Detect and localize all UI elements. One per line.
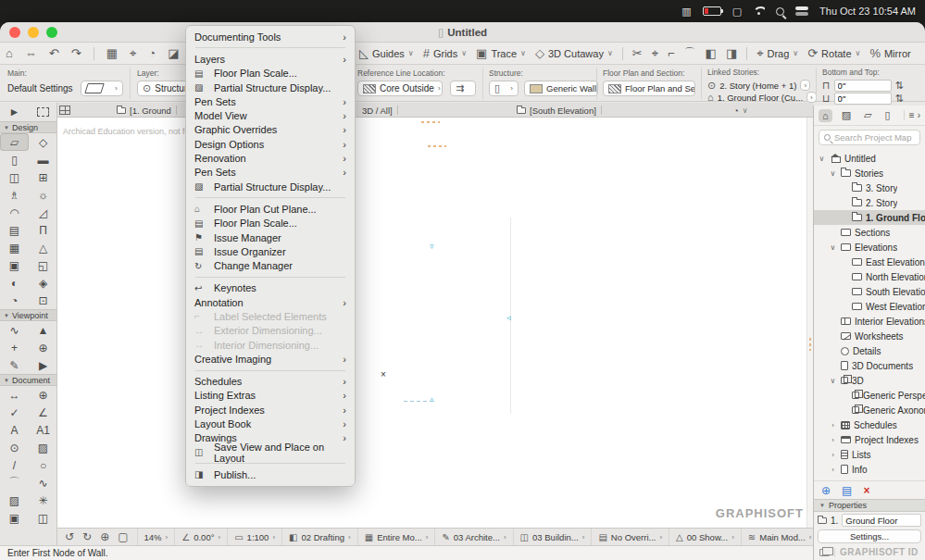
dimension-style-selector[interactable]: ◫03 Buildin...› — [513, 529, 592, 546]
layer-selector[interactable]: ◧02 Drafting› — [281, 529, 357, 546]
menu-item-layout-book[interactable]: Layout Book› — [186, 417, 355, 430]
tool-section[interactable]: ∿ — [0, 321, 29, 339]
tree-item-worksheets[interactable]: Worksheets — [814, 329, 925, 343]
tree-item-generic-perspective[interactable]: Generic Perspective — [814, 388, 925, 403]
battery-icon[interactable] — [703, 6, 721, 16]
menu-item-partial-structure-display[interactable]: ▨Partial Structure Display... — [186, 81, 355, 94]
tool-marquee[interactable] — [29, 103, 57, 121]
toolbox-viewpoint-header[interactable]: ▼ Viewpoint — [0, 309, 56, 321]
tree-item-south-elevation-auto[interactable]: South Elevation (Auto — [814, 284, 925, 299]
tree-item-interior-elevations[interactable]: Interior Elevations — [814, 314, 925, 329]
composite-dropdown[interactable]: Generic Wall/... › — [524, 81, 598, 96]
tree-item-project-indexes[interactable]: ›Project Indexes — [814, 432, 925, 447]
expander-closed-icon[interactable]: › — [829, 421, 837, 429]
redo-button[interactable]: ↷ — [71, 47, 81, 59]
adjust-icon[interactable]: ⌖ — [652, 47, 658, 59]
spotlight-icon[interactable] — [776, 7, 784, 16]
rotate-left-button[interactable]: ↺ — [65, 530, 74, 543]
stepper-icon[interactable]: ⇅ — [895, 81, 904, 91]
tree-item-north-elevation-auto[interactable]: North Elevation (Auto — [814, 269, 925, 284]
expander-closed-icon[interactable]: › — [829, 466, 837, 474]
pan-button[interactable]: ⇔ — [25, 47, 37, 59]
fit-in-window-button[interactable]: ◪ — [168, 47, 179, 59]
view-tab-south-elevation[interactable]: [South Elevation] — [511, 103, 602, 118]
default-settings-label[interactable]: Default Settings — [7, 83, 73, 93]
view-tab-1-ground[interactable]: [1. Ground — [111, 103, 177, 118]
rotate-view-button[interactable]: ◔ — [148, 47, 156, 59]
menubar-clock[interactable]: Thu Oct 23 10:54 AM — [819, 6, 916, 17]
tool-circle[interactable]: ○ — [29, 456, 57, 474]
tool-detail[interactable]: ⊕ — [29, 339, 57, 356]
tool-column[interactable]: ▯ — [0, 151, 29, 168]
menu-item-pen-sets[interactable]: Pen Sets› — [186, 94, 355, 108]
menu-item-model-view[interactable]: Model View› — [186, 108, 355, 122]
tool-drawing[interactable]: ◫ — [29, 509, 57, 527]
expander-open-icon[interactable]: ∨ — [829, 243, 837, 252]
tool-window[interactable]: ⊞ — [29, 168, 57, 186]
tool-lamp[interactable]: ☼ — [29, 186, 57, 204]
tree-item-west-elevation-auto[interactable]: West Elevation (Auto- — [814, 299, 925, 314]
tree-item-3-story[interactable]: 3. Story — [814, 180, 925, 195]
home-button[interactable]: ⌂ — [6, 47, 13, 59]
menu-item-pen-sets[interactable]: Pen Sets› — [186, 166, 355, 180]
schedule-button[interactable]: ▦ — [106, 47, 118, 59]
menu-item-issue-manager[interactable]: ⚑Issue Manager — [186, 230, 355, 244]
linked-story-top[interactable]: ⊙ 2. Story (Home + 1) › — [707, 80, 817, 91]
menu-item-layers[interactable]: Layers› — [186, 52, 355, 66]
menu-item-graphic-overrides[interactable]: Graphic Overrides› — [186, 123, 355, 137]
tree-item-east-elevation-auto[interactable]: East Elevation (Auto- — [814, 255, 925, 269]
menu-item-floor-plan-cut-plane[interactable]: ⌂Floor Plan Cut Plane... — [186, 202, 355, 216]
vertical-scrollbar[interactable] — [806, 118, 813, 528]
tool-morph[interactable]: ◐ — [0, 274, 29, 292]
tree-item-schedules[interactable]: ›Schedules — [814, 417, 925, 432]
tool-hotspot[interactable]: ✳ — [29, 492, 57, 509]
navigator-menu-icon[interactable]: ≡ — [909, 110, 915, 120]
settings-table-icon[interactable]: ▤ — [842, 484, 852, 497]
zoom-in-button[interactable]: ⊕ — [100, 530, 109, 543]
expander-open-icon[interactable]: ∨ — [818, 155, 826, 163]
tool-railing[interactable]: Π — [29, 221, 57, 239]
mirror-dropdown[interactable]: % Mirror — [869, 47, 910, 59]
menu-item-publish[interactable]: ◨Publish... — [186, 467, 355, 481]
flip-button[interactable]: ⇉ — [450, 81, 476, 96]
add-icon[interactable]: ⊕ — [821, 484, 831, 497]
menu-item-partial-structure-display[interactable]: ▨Partial Structure Display... — [186, 180, 355, 193]
expander-closed-icon[interactable]: › — [829, 451, 837, 459]
tool-figure[interactable]: ▣ — [0, 509, 29, 527]
properties-header[interactable]: ▼ Properties — [814, 499, 925, 512]
menu-item-annotation[interactable]: Annotation› — [186, 295, 355, 309]
tool-column-segment[interactable]: ◈ — [29, 274, 57, 292]
menu-item-listing-extras[interactable]: Listing Extras› — [186, 389, 355, 403]
tool-preview-button[interactable]: › — [81, 81, 123, 96]
tool-library-part[interactable]: ⊡ — [29, 292, 57, 309]
tool-zone[interactable]: ▣ — [0, 256, 29, 274]
tool-shell[interactable]: ◿ — [29, 204, 57, 221]
tree-item-info[interactable]: ›Info — [814, 462, 925, 477]
tree-item-1-ground-floor[interactable]: 1. Ground Floor — [814, 210, 925, 225]
pen-set-selector[interactable]: ✎03 Archite...› — [434, 529, 512, 546]
tree-item-sections[interactable]: Sections — [814, 225, 925, 240]
story-settings-button[interactable]: Settings... — [818, 529, 921, 543]
tree-item-3d[interactable]: ∨3D — [814, 373, 925, 388]
menu-item-creative-imaging[interactable]: Creative Imaging› — [186, 352, 355, 366]
menu-item-save-view-and-place-on-layout[interactable]: ◫Save View and Place on Layout — [186, 445, 355, 459]
stepper-icon[interactable]: ⇅ — [895, 93, 904, 104]
rotate-right-button[interactable]: ↻ — [82, 530, 92, 543]
design-option-selector[interactable]: ≋Main Mod...› — [741, 529, 813, 546]
zoom-level-selector[interactable]: 14%› — [137, 529, 175, 546]
tool-interior-elevation[interactable]: + — [0, 339, 29, 356]
tool-hatch[interactable]: ▨ — [0, 492, 29, 509]
trim-icon[interactable]: ⌐ — [668, 47, 675, 59]
scissors-icon[interactable]: ✂ — [632, 47, 643, 59]
menu-item-documenting-tools[interactable]: Documenting Tools› — [186, 30, 355, 44]
tool-text[interactable]: A — [0, 421, 29, 439]
tool-elevation-dimension[interactable]: ✓ — [0, 404, 29, 421]
tree-item-generic-axonometry[interactable]: Generic Axonometry — [814, 403, 925, 417]
find-select-button[interactable]: ⌖ — [130, 47, 136, 59]
tool-door[interactable]: ◫ — [0, 168, 29, 186]
fit-view-button[interactable]: ▢ — [118, 530, 128, 543]
guides-dropdown[interactable]: ◺ Guides∨ — [359, 47, 414, 59]
toolbox-design-header[interactable]: ▼ Design — [0, 121, 56, 133]
menu-item-issue-organizer[interactable]: ▤Issue Organizer — [186, 244, 355, 258]
tool-spline[interactable]: ∿ — [29, 474, 57, 492]
